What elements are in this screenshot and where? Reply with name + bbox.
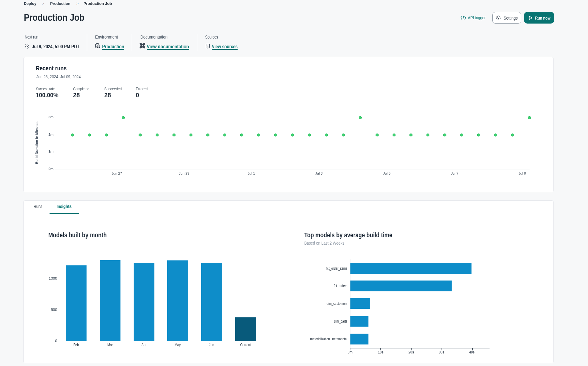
svg-text:3m: 3m	[48, 115, 54, 119]
svg-text:1m: 1m	[48, 150, 54, 153]
svg-text:0m: 0m	[348, 350, 353, 354]
svg-text:Feb: Feb	[73, 343, 79, 347]
svg-text:Apr: Apr	[142, 343, 146, 347]
svg-text:Mar: Mar	[107, 343, 113, 347]
svg-text:Jun 27: Jun 27	[112, 172, 122, 175]
svg-text:10s: 10s	[378, 350, 384, 354]
svg-text:Jul 3: Jul 3	[315, 172, 323, 175]
svg-text:1000: 1000	[49, 276, 57, 281]
svg-text:Jul 9: Jul 9	[519, 172, 526, 175]
svg-text:Jul 7: Jul 7	[451, 172, 458, 175]
svg-text:Jul 5: Jul 5	[383, 172, 390, 175]
svg-text:dim_parts: dim_parts	[334, 319, 347, 323]
svg-text:fct_orders: fct_orders	[334, 284, 348, 288]
svg-text:Jun 29: Jun 29	[179, 172, 190, 175]
svg-text:2m: 2m	[48, 133, 54, 136]
svg-text:30s: 30s	[439, 350, 445, 354]
svg-text:0m: 0m	[48, 167, 54, 171]
svg-text:40s: 40s	[469, 350, 475, 354]
svg-text:Jun: Jun	[209, 343, 214, 347]
svg-text:0: 0	[55, 339, 57, 343]
svg-text:Jul 1: Jul 1	[248, 172, 255, 175]
svg-text:500: 500	[51, 308, 57, 312]
svg-text:materialization_incremental: materialization_incremental	[310, 337, 347, 341]
svg-text:May: May	[175, 343, 181, 347]
svg-text:Build Duration in Minutes: Build Duration in Minutes	[35, 121, 39, 164]
svg-text:20s: 20s	[409, 350, 414, 354]
svg-text:Current: Current	[240, 343, 251, 347]
svg-text:fct_order_items: fct_order_items	[326, 266, 347, 270]
svg-text:dim_customers: dim_customers	[327, 301, 347, 305]
